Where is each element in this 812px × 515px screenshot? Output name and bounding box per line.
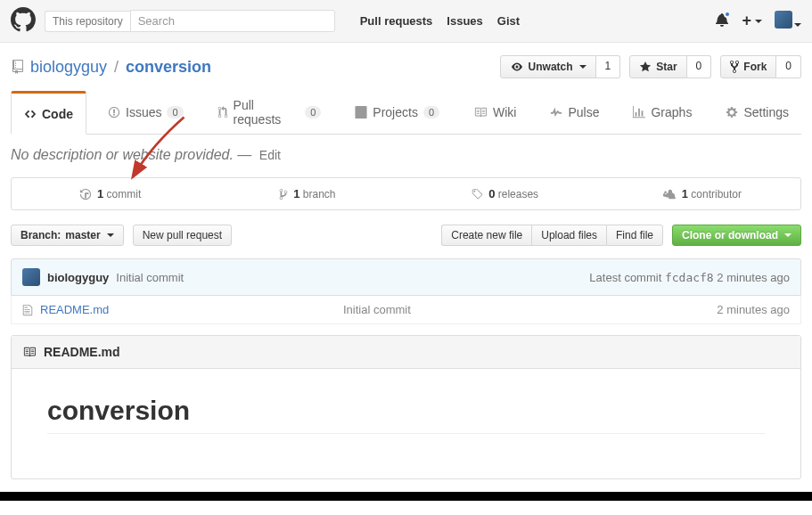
tab-projects[interactable]: Projects0 — [342, 91, 452, 134]
tab-graphs[interactable]: Graphs — [620, 91, 704, 134]
repo-name-link[interactable]: conversion — [126, 58, 211, 77]
project-icon — [355, 106, 367, 119]
commit-message[interactable]: Initial commit — [116, 271, 184, 284]
tag-icon — [471, 188, 483, 200]
file-commit-message[interactable]: Initial commit — [343, 303, 717, 316]
gear-icon — [726, 106, 738, 119]
unwatch-button[interactable]: Unwatch — [500, 55, 596, 78]
search-scope-button[interactable]: This repository — [45, 11, 130, 32]
eye-icon — [510, 61, 524, 72]
commit-sha[interactable]: fcdacf8 — [665, 271, 714, 284]
repo-icon — [11, 60, 25, 74]
create-menu[interactable]: + — [742, 12, 762, 30]
table-row: README.md Initial commit 2 minutes ago — [11, 296, 801, 324]
upload-files-button[interactable]: Upload files — [531, 225, 606, 246]
find-file-button[interactable]: Find file — [606, 225, 663, 246]
people-icon — [662, 188, 677, 200]
desc-dash: — — [237, 147, 251, 162]
nav-pull-requests[interactable]: Pull requests — [360, 14, 433, 28]
new-pull-request-button[interactable]: New pull request — [133, 225, 232, 246]
edit-description-link[interactable]: Edit — [256, 148, 281, 162]
latest-commit-label: Latest commit — [589, 271, 661, 284]
tab-pulse[interactable]: Pulse — [537, 91, 611, 134]
watch-count[interactable]: 1 — [596, 55, 621, 78]
user-menu[interactable] — [775, 11, 801, 31]
branch-icon — [279, 188, 288, 200]
file-age: 2 minutes ago — [717, 303, 790, 316]
contributors-link[interactable]: 1 contributor — [603, 178, 800, 209]
tab-wiki[interactable]: Wiki — [461, 91, 529, 134]
commit-author[interactable]: biologyguy — [47, 271, 109, 284]
releases-link[interactable]: 0 releases — [406, 178, 603, 209]
repo-title: biologyguy / conversion — [11, 58, 211, 77]
book-icon — [473, 106, 488, 119]
clone-download-button[interactable]: Clone or download — [672, 225, 801, 246]
graph-icon — [633, 106, 645, 119]
code-icon — [24, 108, 37, 120]
star-icon — [639, 61, 652, 73]
star-count[interactable]: 0 — [687, 55, 712, 78]
book-icon — [22, 346, 37, 358]
avatar[interactable] — [22, 268, 40, 286]
branch-select-button[interactable]: Branch: master — [11, 225, 124, 246]
file-link[interactable]: README.md — [40, 303, 343, 316]
pr-icon — [217, 106, 228, 119]
tab-issues[interactable]: Issues0 — [95, 91, 196, 134]
commit-age: 2 minutes ago — [717, 271, 790, 284]
tab-settings[interactable]: Settings — [713, 91, 801, 134]
repo-owner-link[interactable]: biologyguy — [30, 58, 107, 77]
fork-icon — [730, 60, 739, 74]
branches-link[interactable]: 1 branch — [209, 178, 406, 209]
pulse-icon — [550, 106, 562, 119]
search-input[interactable] — [130, 10, 335, 32]
issue-icon — [108, 106, 120, 119]
fork-button[interactable]: Fork — [720, 55, 776, 78]
readme-filename: README.md — [44, 345, 120, 359]
nav-issues[interactable]: Issues — [447, 14, 482, 28]
create-file-button[interactable]: Create new file — [441, 225, 531, 246]
star-button[interactable]: Star — [629, 55, 686, 78]
nav-gist[interactable]: Gist — [497, 14, 520, 28]
history-icon — [79, 188, 92, 200]
tab-pull-requests[interactable]: Pull requests0 — [205, 91, 334, 134]
readme-heading: conversion — [47, 396, 765, 434]
repo-description: No description or website provided. — [11, 147, 234, 162]
github-logo[interactable] — [11, 7, 36, 35]
commits-link[interactable]: 1 commit — [12, 178, 209, 209]
notifications-icon[interactable] — [715, 12, 729, 29]
file-icon — [22, 304, 33, 316]
fork-count[interactable]: 0 — [776, 55, 801, 78]
tab-code[interactable]: Code — [11, 91, 86, 135]
